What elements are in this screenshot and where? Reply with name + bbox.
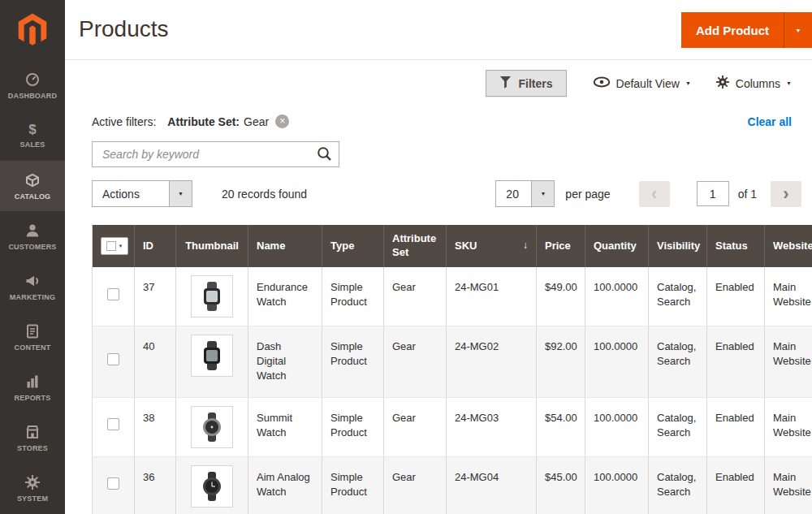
cell-quantity: 100.0000	[585, 456, 649, 514]
cell-name: Summit Watch	[248, 397, 322, 456]
sidebar-item-stores[interactable]: STORES	[0, 412, 65, 463]
sidebar-item-content[interactable]: CONTENT	[0, 312, 65, 362]
chevron-left-icon: ‹	[651, 185, 657, 203]
default-view-control[interactable]: Default View ▼	[593, 76, 691, 91]
cell-websites: Main Website	[765, 397, 812, 456]
cell-type: Simple Product	[322, 326, 384, 398]
sidebar-item-label: STORES	[17, 444, 48, 452]
gear-icon	[715, 75, 730, 92]
chevron-down-icon: ▼	[119, 244, 123, 248]
column-header-sku[interactable]: SKU ↓	[447, 225, 537, 267]
reports-icon	[24, 374, 41, 390]
actions-label: Actions	[93, 181, 169, 206]
cell-visibility: Catalog, Search	[649, 267, 707, 326]
current-page-input[interactable]	[697, 181, 729, 206]
sidebar-item-dashboard[interactable]: DASHBOARD	[0, 60, 65, 110]
sidebar-item-label: SALES	[19, 140, 45, 149]
column-header-price[interactable]: Price	[537, 225, 585, 267]
sidebar-item-label: CUSTOMERS	[8, 243, 56, 251]
sidebar-item-reports[interactable]: REPORTS	[0, 362, 65, 412]
column-header-type[interactable]: Type	[322, 225, 384, 267]
table-row[interactable]: 37 Endurance Watch Simple Product Gear 2…	[93, 267, 812, 326]
row-checkbox[interactable]	[107, 477, 119, 490]
add-product-label: Add Product	[681, 12, 784, 48]
cell-websites: Main Website	[765, 456, 812, 514]
catalog-icon	[24, 172, 41, 188]
cell-quantity: 100.0000	[585, 267, 649, 326]
sales-icon: $	[28, 123, 36, 136]
cell-type: Simple Product	[322, 456, 384, 514]
table-row[interactable]: 36 Aim Analog Watch Simple Product Gear …	[93, 456, 812, 514]
sidebar-item-label: REPORTS	[15, 394, 51, 402]
table-row[interactable]: 38 Summit Watch Simple Product Gear 24-M…	[93, 397, 812, 456]
cell-price: $54.00	[537, 397, 585, 456]
cell-price: $45.00	[537, 456, 585, 514]
chevron-down-icon: ▼	[685, 80, 691, 86]
cell-type: Simple Product	[322, 397, 384, 456]
main-content: Products Add Product ▼ Filters Default V…	[65, 0, 812, 514]
add-product-split-toggle[interactable]: ▼	[784, 12, 812, 48]
page-total-text: of 1	[738, 188, 757, 201]
filter-chip-label: Attribute Set:	[167, 115, 240, 128]
add-product-button[interactable]: Add Product ▼	[681, 12, 812, 48]
sidebar-item-system[interactable]: SYSTEM	[0, 463, 65, 513]
select-all-checkbox	[106, 241, 116, 251]
content-icon	[24, 323, 41, 339]
sidebar-item-marketing[interactable]: MARKETING	[0, 261, 65, 312]
column-header-websites[interactable]: Websites	[765, 225, 812, 267]
product-thumbnail	[191, 465, 233, 508]
column-header-status[interactable]: Status	[707, 225, 765, 267]
next-page-button[interactable]: ›	[771, 181, 801, 207]
system-icon	[24, 474, 41, 490]
active-filters-label: Active filters:	[92, 115, 156, 128]
column-header-name[interactable]: Name	[248, 225, 322, 267]
page-title: Products	[79, 16, 169, 42]
actions-dropdown[interactable]: Actions ▼	[92, 180, 192, 207]
search-box	[92, 141, 339, 167]
magento-logo[interactable]	[0, 0, 65, 60]
grid-toolbar: Filters Default View ▼	[65, 60, 812, 97]
records-found-text: 20 records found	[222, 188, 307, 201]
cell-id: 40	[135, 326, 176, 398]
sidebar-item-catalog[interactable]: CATALOG	[0, 161, 65, 211]
columns-control[interactable]: Columns ▼	[715, 75, 792, 92]
per-page-select[interactable]: 20 ▼	[495, 180, 555, 207]
product-thumbnail	[191, 335, 233, 377]
select-all-control[interactable]: ▼	[101, 237, 128, 255]
clear-all-link[interactable]: Clear all	[748, 115, 792, 128]
per-page-value: 20	[496, 181, 531, 206]
products-grid: ▼ ID Thumbnail Name Type Attribute Set S…	[92, 225, 812, 514]
column-header-visibility[interactable]: Visibility	[649, 225, 707, 267]
search-row	[65, 128, 812, 167]
cell-status: Enabled	[707, 397, 765, 456]
keyword-search-input[interactable]	[92, 141, 339, 167]
filter-chip: Attribute Set: Gear ×	[167, 114, 289, 128]
sidebar-item-sales[interactable]: $ SALES	[0, 110, 65, 161]
table-row[interactable]: 40 Dash Digital Watch Simple Product Gea…	[93, 326, 812, 398]
magento-logo-icon	[17, 12, 48, 48]
row-checkbox[interactable]	[107, 353, 119, 365]
column-header-thumbnail[interactable]: Thumbnail	[176, 225, 248, 267]
default-view-label: Default View	[616, 77, 680, 90]
column-header-id[interactable]: ID	[135, 225, 176, 267]
cell-name: Dash Digital Watch	[248, 326, 322, 398]
cell-name: Aim Analog Watch	[248, 456, 322, 514]
close-icon[interactable]: ×	[275, 114, 289, 128]
row-checkbox[interactable]	[107, 418, 119, 430]
filters-button[interactable]: Filters	[486, 70, 567, 97]
row-checkbox[interactable]	[107, 288, 119, 300]
column-header-quantity[interactable]: Quantity	[585, 225, 649, 267]
search-icon[interactable]	[317, 146, 332, 165]
chevron-right-icon: ›	[783, 185, 788, 203]
chevron-down-icon: ▼	[796, 28, 801, 33]
column-header-attribute-set[interactable]: Attribute Set	[384, 225, 447, 267]
cell-sku: 24-MG01	[447, 267, 537, 326]
chevron-down-icon: ▼	[169, 181, 192, 206]
cell-id: 36	[135, 456, 176, 514]
previous-page-button[interactable]: ‹	[639, 181, 670, 207]
cell-status: Enabled	[707, 456, 765, 514]
cell-quantity: 100.0000	[585, 397, 649, 456]
cell-quantity: 100.0000	[585, 326, 649, 398]
sidebar-item-customers[interactable]: CUSTOMERS	[0, 211, 65, 261]
cell-type: Simple Product	[322, 267, 384, 326]
